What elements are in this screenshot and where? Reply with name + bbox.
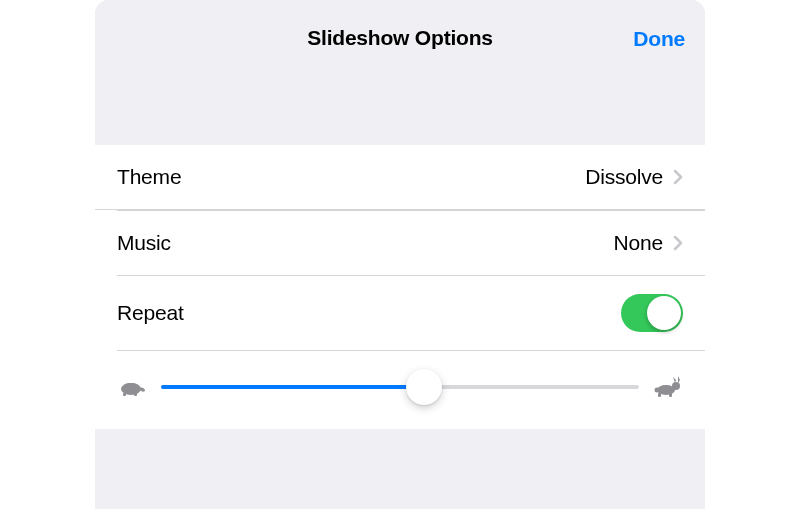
slider-fill bbox=[161, 385, 424, 389]
sheet-footer-gap bbox=[95, 429, 705, 509]
settings-list: Theme Dissolve Music None Repeat bbox=[95, 145, 705, 429]
music-row[interactable]: Music None bbox=[95, 211, 705, 275]
theme-value: Dissolve bbox=[585, 165, 663, 189]
svg-point-7 bbox=[655, 388, 660, 393]
done-button[interactable]: Done bbox=[633, 27, 685, 51]
svg-rect-6 bbox=[669, 393, 672, 397]
speed-slider[interactable] bbox=[161, 369, 639, 405]
repeat-toggle[interactable] bbox=[621, 294, 683, 332]
music-value: None bbox=[614, 231, 663, 255]
svg-rect-2 bbox=[134, 393, 137, 396]
repeat-row: Repeat bbox=[95, 276, 705, 350]
chevron-right-icon bbox=[673, 235, 683, 251]
slider-thumb[interactable] bbox=[406, 369, 442, 405]
svg-point-4 bbox=[672, 382, 680, 390]
svg-rect-5 bbox=[658, 393, 661, 397]
sheet-header: Slideshow Options Done bbox=[95, 0, 705, 145]
theme-row[interactable]: Theme Dissolve bbox=[95, 145, 705, 210]
toggle-knob bbox=[647, 296, 681, 330]
chevron-right-icon bbox=[673, 169, 683, 185]
music-label: Music bbox=[117, 231, 614, 255]
svg-rect-1 bbox=[123, 393, 126, 396]
turtle-icon bbox=[117, 377, 147, 397]
page-title: Slideshow Options bbox=[95, 26, 705, 50]
slideshow-options-sheet: Slideshow Options Done Theme Dissolve Mu… bbox=[95, 0, 705, 509]
repeat-label: Repeat bbox=[117, 301, 621, 325]
speed-slider-row bbox=[95, 351, 705, 429]
rabbit-icon bbox=[653, 376, 683, 398]
theme-label: Theme bbox=[117, 165, 585, 189]
